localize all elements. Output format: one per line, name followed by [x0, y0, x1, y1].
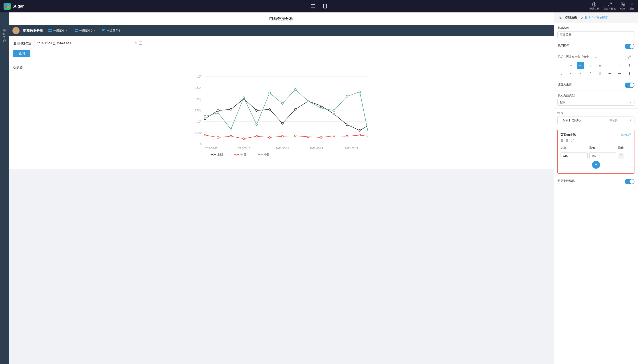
encoding-toggle[interactable]: [625, 179, 634, 184]
svg-text:上期: 上期: [217, 153, 223, 156]
svg-point-64: [268, 136, 270, 138]
icon-cell-dbl-right[interactable]: »: [616, 62, 623, 69]
calendar-icon[interactable]: [139, 41, 142, 46]
svg-rect-17: [48, 29, 50, 30]
menu-label-2: 一级菜单2: [79, 29, 92, 33]
url-params-expand-btn[interactable]: [570, 138, 574, 143]
nav-item-2[interactable]: 航: [3, 29, 6, 31]
svg-point-68: [320, 136, 322, 138]
help-btn[interactable]: 帮助文档: [590, 2, 599, 10]
svg-point-75: [243, 97, 245, 98]
svg-text:2022-05-15: 2022-05-15: [204, 147, 218, 150]
url-param-delete-0[interactable]: [618, 153, 624, 159]
report-selector[interactable]: 【报表】访问统计 | 请选择 ✕: [558, 116, 634, 124]
icon-cell-v-right[interactable]: ›: [577, 70, 584, 77]
homepage-toggle[interactable]: [625, 82, 634, 88]
homepage-label: 设置为主页: [558, 82, 572, 86]
filter-value: 2016-12-03 至 2016-12-31: [37, 42, 71, 46]
svg-text:2022-05-27: 2022-05-27: [345, 147, 358, 150]
svg-rect-26: [102, 30, 104, 31]
embed-type-section: 嵌入页面类型 报表 外部链接 自定义: [554, 91, 638, 108]
icon-cell-left[interactable]: ←: [567, 62, 574, 69]
panel-config-link[interactable]: ⊙ 数据门户菜单配置: [580, 16, 608, 20]
desktop-view-btn[interactable]: [309, 3, 317, 10]
svg-rect-25: [102, 29, 105, 30]
svg-text:2022-05-21: 2022-05-21: [276, 147, 289, 150]
svg-point-78: [282, 102, 283, 104]
url-params-doc-link[interactable]: 文档说明: [621, 133, 631, 137]
svg-point-66: [294, 135, 296, 137]
save-btn[interactable]: 保存: [620, 2, 625, 10]
menu-item-3[interactable]: 一级菜单3: [100, 28, 122, 34]
svg-rect-20: [50, 31, 52, 32]
query-button[interactable]: 查询: [13, 50, 30, 57]
url-params-delete-all-btn[interactable]: [565, 138, 569, 143]
svg-point-15: [14, 28, 18, 31]
svg-point-71: [359, 134, 360, 136]
panel-collapse-btn[interactable]: [558, 15, 563, 20]
menu-item-2[interactable]: 一级菜单2 ▾: [72, 28, 96, 34]
icon-expand-btn[interactable]: [628, 56, 631, 59]
report-clear-btn[interactable]: ✕: [630, 119, 632, 122]
svg-point-94: [236, 154, 237, 155]
icon-cell-up[interactable]: ↑: [587, 62, 594, 69]
icon-cell-dbl-left[interactable]: «: [606, 62, 613, 69]
menu-item-1[interactable]: 一级菜单 ▾: [46, 28, 69, 34]
svg-point-48: [230, 108, 232, 110]
chart-svg: 3万 2.5万 2万 1.5万 1万 5,000 0: [13, 73, 549, 157]
nav-item-3[interactable]: 管: [3, 33, 6, 34]
icon-cell-circle-right[interactable]: ➡: [616, 70, 623, 77]
filter-area: 发货日期-范围 2016-12-03 至 2016-12-31 ✕: [9, 36, 554, 61]
icon-picker-input[interactable]: [599, 54, 626, 60]
url-param-value-0[interactable]: [590, 152, 616, 159]
icon-cell-v-down[interactable]: ⌄: [558, 70, 564, 77]
menu-chevron-2: ▾: [94, 30, 95, 32]
svg-text:5,000: 5,000: [194, 132, 202, 134]
chart-section: 折线图 3万 2.5万 2万 1.5万 1万 5,000 0: [9, 61, 554, 166]
icon-cell-v-up[interactable]: ⌃: [587, 70, 594, 77]
show-icon-label: 显示图标: [558, 44, 569, 48]
icon-cell-v-left[interactable]: ‹: [567, 70, 574, 77]
show-icon-toggle[interactable]: [625, 44, 634, 49]
svg-point-47: [217, 110, 219, 112]
filter-input[interactable]: 2016-12-03 至 2016-12-31 ✕: [34, 40, 145, 47]
nav-item-4[interactable]: 理: [3, 36, 6, 38]
save-preview-btn[interactable]: 保存并预览: [604, 2, 616, 10]
url-param-name-0[interactable]: [560, 152, 588, 159]
svg-text:0: 0: [200, 143, 202, 146]
header-device-switcher: [309, 3, 329, 10]
svg-point-61: [230, 136, 232, 137]
icon-cell-right[interactable]: →: [577, 62, 584, 69]
url-params-sort-btn[interactable]: ⇅: [560, 138, 564, 143]
icon-cell-circle-up[interactable]: ⬆: [626, 70, 633, 77]
icon-cell-circle-down[interactable]: ⬇: [596, 70, 604, 77]
clear-icon[interactable]: ✕: [134, 41, 137, 46]
menu-name-section: 菜单名称: [554, 23, 638, 41]
svg-rect-2: [5, 6, 7, 8]
col-header-name: 名称: [560, 146, 588, 150]
icon-cell-circle-left[interactable]: ⬅: [606, 70, 613, 77]
svg-text:3万: 3万: [197, 75, 202, 78]
icon-cell-up-up[interactable]: ↟: [626, 62, 633, 69]
svg-line-11: [610, 3, 611, 4]
svg-point-82: [333, 110, 335, 112]
mobile-view-btn[interactable]: [321, 3, 329, 10]
nav-item-1[interactable]: 导: [3, 26, 6, 28]
icon-cell-down-down[interactable]: ↡: [596, 62, 604, 69]
url-param-row-0: [560, 152, 631, 159]
encoding-label: 开启参数编码: [558, 179, 575, 183]
svg-point-84: [359, 91, 360, 92]
embed-type-select[interactable]: 报表 外部链接 自定义: [558, 99, 634, 106]
top-header: Sugar 帮助文档: [0, 0, 638, 12]
exit-btn[interactable]: 退出: [630, 2, 634, 10]
menu-name-input[interactable]: [558, 31, 634, 38]
svg-point-60: [217, 136, 219, 138]
icon-cell-down[interactable]: ↓: [558, 62, 564, 69]
page-title: 电商数据分析: [269, 16, 293, 21]
svg-point-62: [243, 138, 245, 140]
svg-rect-21: [74, 29, 76, 30]
add-param-btn[interactable]: +: [592, 161, 600, 169]
panel-header: 控制面板 ⊙ 数据门户菜单配置: [554, 12, 638, 23]
report-label: 报表: [558, 111, 634, 115]
icon-arrow: →: [594, 56, 598, 60]
